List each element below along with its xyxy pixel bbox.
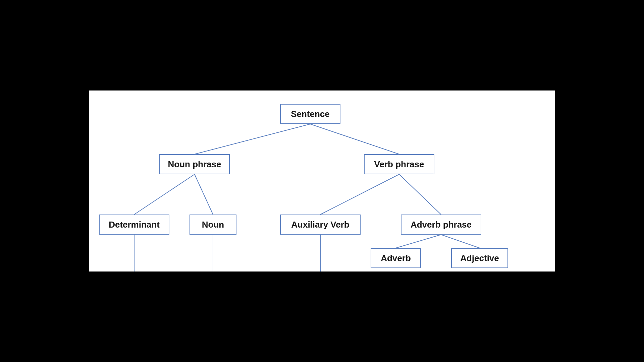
node-auxiliary-verb: Auxiliary Verb <box>280 215 361 235</box>
node-noun: Noun <box>190 215 236 235</box>
node-sentence: Sentence <box>280 104 340 124</box>
node-adverb: Adverb <box>371 248 421 268</box>
svg-line-1 <box>310 124 399 154</box>
svg-line-3 <box>195 174 213 215</box>
node-verb-phrase: Verb phrase <box>364 154 434 174</box>
svg-line-0 <box>195 124 310 154</box>
tree-svg: SentenceNoun phraseVerb phraseDeterminan… <box>89 90 555 272</box>
svg-line-4 <box>320 174 399 215</box>
node-adjective: Adjective <box>451 248 508 268</box>
svg-line-2 <box>134 174 195 215</box>
node-adverb-phrase: Adverb phrase <box>401 215 481 235</box>
diagram-container: SentenceNoun phraseVerb phraseDeterminan… <box>89 90 555 272</box>
node-noun-phrase: Noun phrase <box>159 154 230 174</box>
svg-line-7 <box>441 235 480 248</box>
node-determinant: Determinant <box>99 215 169 235</box>
svg-line-5 <box>399 174 441 215</box>
svg-line-6 <box>396 235 441 248</box>
